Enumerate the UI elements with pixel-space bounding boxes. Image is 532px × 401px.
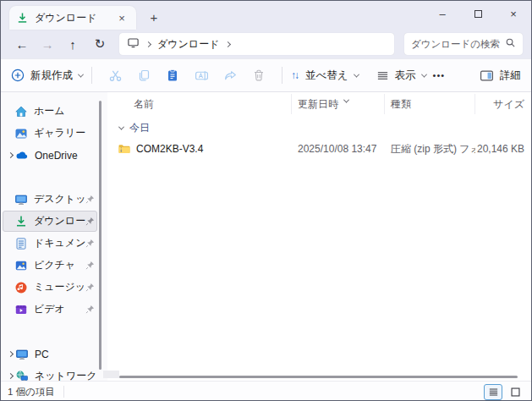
- column-header-size[interactable]: サイズ: [475, 94, 531, 114]
- back-button[interactable]: ←: [9, 32, 35, 56]
- sidebar-item-pc[interactable]: PC: [3, 343, 97, 365]
- videos-icon: [14, 303, 28, 316]
- sort-button[interactable]: ↑↓ 並べ替え: [291, 69, 359, 83]
- new-button-label: 新規作成: [30, 69, 73, 83]
- sidebar-scrollbar[interactable]: [99, 101, 101, 370]
- tab-close-icon[interactable]: ×: [114, 10, 129, 25]
- large-icons-view-button[interactable]: [506, 384, 524, 400]
- pin-icon: [85, 261, 95, 270]
- sidebar-item-label: ビデオ: [34, 302, 85, 316]
- share-icon: [223, 69, 238, 83]
- scrollbar-corner: [103, 371, 119, 378]
- column-header-type[interactable]: 種類: [385, 94, 475, 114]
- onedrive-cloud-icon: [15, 149, 29, 162]
- chevron-down-icon: [421, 71, 427, 77]
- delete-button[interactable]: [244, 62, 273, 89]
- search-icon: [505, 37, 516, 51]
- chevron-down-icon: [78, 71, 84, 77]
- large-icons-view-icon: [510, 387, 521, 398]
- sidebar-item-music[interactable]: ミュージック: [3, 277, 97, 298]
- music-icon: [14, 281, 28, 294]
- toolbar-spacer: [367, 67, 368, 84]
- toolbar-divider: [282, 67, 282, 84]
- column-header-name[interactable]: 名前: [118, 94, 292, 114]
- navigation-bar: ← → ↑ ↻ ダウンロード: [1, 30, 531, 58]
- item-count: 1 個の項目: [8, 386, 64, 398]
- file-size: 20,146 KB: [475, 143, 531, 155]
- sidebar-item-label: PC: [35, 349, 96, 360]
- breadcrumb-folder[interactable]: ダウンロード: [157, 37, 219, 52]
- sidebar-item-videos[interactable]: ビデオ: [3, 299, 97, 320]
- pc-icon: [15, 348, 29, 361]
- sidebar-item-onedrive[interactable]: OneDrive: [3, 145, 97, 166]
- sidebar-item-label: デスクトップ: [34, 192, 85, 206]
- zip-folder-icon: [118, 142, 131, 156]
- group-header-today[interactable]: 今日: [118, 118, 531, 137]
- plus-circle-icon: [11, 69, 25, 82]
- rename-button[interactable]: [187, 62, 216, 89]
- up-button[interactable]: ↑: [60, 32, 85, 56]
- window-controls: – ×: [425, 1, 531, 26]
- download-icon: [14, 215, 28, 228]
- sidebar-item-label: ドキュメント: [34, 236, 85, 250]
- sidebar-item-home[interactable]: ホーム: [3, 101, 97, 122]
- new-tab-button[interactable]: +: [143, 7, 165, 27]
- new-button[interactable]: 新規作成: [11, 69, 83, 83]
- pin-icon: [85, 195, 95, 204]
- column-label: サイズ: [493, 97, 524, 112]
- expand-chevron-icon[interactable]: [5, 153, 15, 157]
- address-bar[interactable]: ダウンロード: [119, 33, 394, 55]
- view-button-label: 表示: [395, 69, 416, 83]
- file-row[interactable]: COM2KB-V3.4 2025/10/08 13:47 圧縮 (zip 形式)…: [118, 139, 531, 159]
- status-bar: 1 個の項目: [1, 381, 531, 401]
- file-name-cell[interactable]: COM2KB-V3.4: [118, 142, 292, 156]
- expand-chevron-icon[interactable]: [5, 374, 15, 378]
- this-pc-icon: [127, 36, 140, 52]
- home-icon: [14, 105, 28, 118]
- view-lines-icon: [376, 69, 389, 82]
- view-button[interactable]: 表示: [376, 69, 426, 83]
- refresh-button[interactable]: ↻: [87, 32, 112, 56]
- sidebar-item-label: ホーム: [34, 104, 96, 118]
- maximize-button[interactable]: [460, 1, 496, 26]
- sort-arrows-icon: ↑↓: [291, 69, 298, 81]
- sidebar-item-pictures[interactable]: ピクチャ: [3, 255, 97, 276]
- column-label: 名前: [134, 97, 154, 112]
- search-input[interactable]: [411, 39, 505, 49]
- search-box[interactable]: [404, 33, 523, 55]
- tab-title: ダウンロード: [35, 11, 108, 25]
- file-list-pane: 名前 更新日時 種類 サイズ 今日: [107, 92, 531, 381]
- title-bar: ダウンロード × + – ×: [1, 1, 531, 30]
- file-type: 圧縮 (zip 形式) フォ...: [385, 142, 475, 157]
- column-label: 種類: [391, 97, 411, 112]
- column-header-modified[interactable]: 更新日時: [292, 94, 385, 114]
- file-modified: 2025/10/08 13:47: [292, 143, 385, 155]
- pin-icon: [85, 239, 95, 248]
- breadcrumb-chevron-icon: [145, 41, 151, 47]
- sidebar-item-gallery[interactable]: ギャラリー: [3, 123, 97, 144]
- expand-chevron-icon[interactable]: [5, 352, 15, 356]
- view-toggles: [484, 384, 524, 400]
- horizontal-scrollbar[interactable]: [119, 376, 518, 378]
- sidebar-item-downloads[interactable]: ダウンロード: [3, 211, 97, 232]
- details-view-button[interactable]: [484, 384, 502, 400]
- paste-icon: [166, 69, 179, 82]
- share-button[interactable]: [216, 62, 244, 89]
- tab-downloads[interactable]: ダウンロード ×: [9, 6, 136, 30]
- forward-button[interactable]: →: [35, 32, 60, 56]
- details-pane-label: 詳細: [500, 69, 521, 83]
- sidebar-item-documents[interactable]: ドキュメント: [3, 233, 97, 254]
- more-options-button[interactable]: •••: [433, 70, 446, 80]
- close-button[interactable]: ×: [496, 1, 531, 26]
- details-pane-button[interactable]: 詳細: [480, 69, 521, 83]
- cut-button[interactable]: [101, 62, 129, 89]
- sidebar-item-label: OneDrive: [35, 150, 96, 162]
- desktop-icon: [14, 193, 28, 206]
- paste-button[interactable]: [158, 62, 187, 89]
- breadcrumb-chevron-icon[interactable]: [225, 41, 231, 47]
- sidebar-item-desktop[interactable]: デスクトップ: [3, 189, 97, 210]
- gallery-icon: [14, 127, 28, 140]
- copy-button[interactable]: [129, 62, 158, 89]
- minimize-button[interactable]: –: [425, 1, 460, 26]
- sidebar-item-label: ダウンロード: [34, 214, 85, 228]
